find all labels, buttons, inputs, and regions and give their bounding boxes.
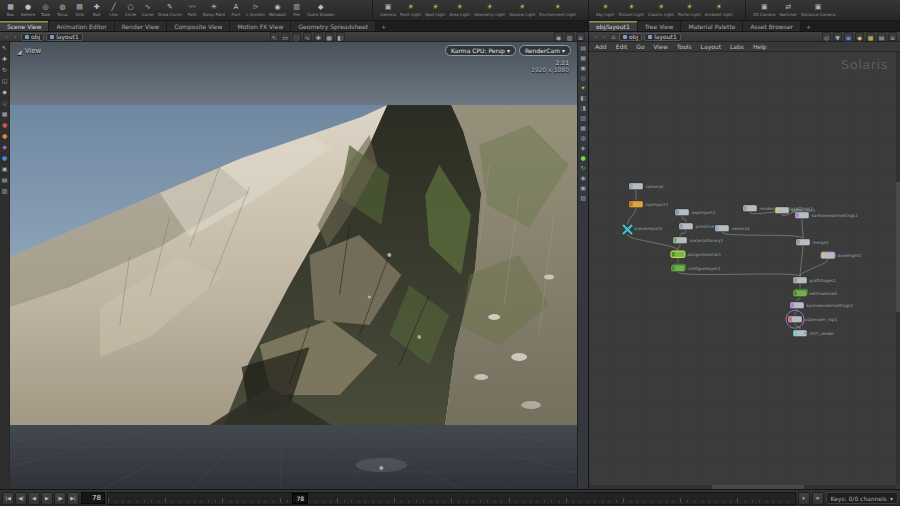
network-node-cameras[interactable]: cameras	[629, 183, 664, 190]
grid-toggle-icon[interactable]: ▦	[579, 124, 587, 132]
shelf-tool-2d-camera[interactable]: ▣2D Camera	[751, 0, 778, 20]
shelf-tool-sphere[interactable]: ●Sphere	[19, 0, 37, 20]
translate-icon[interactable]: ✚	[1, 55, 9, 63]
tab-geometry-spreadsheet[interactable]: Geometry Spreadsheet	[291, 21, 376, 31]
tab-scene-view[interactable]: Scene View	[0, 21, 49, 31]
shelf-tool-portal-light[interactable]: ☀Portal Light	[676, 0, 703, 20]
lighting-icon[interactable]: ☀	[579, 84, 587, 92]
shelf-tool-caustic-light[interactable]: ☀Caustic Light	[646, 0, 676, 20]
nav-back-icon[interactable]: ‹	[3, 32, 10, 41]
shelf-tool-torus[interactable]: ◍Torus	[54, 0, 71, 20]
grid-snap-icon[interactable]: ▤	[877, 32, 886, 41]
play-reverse-button[interactable]: ◀	[28, 492, 40, 505]
lasso-select-icon[interactable]: ◌	[292, 32, 301, 41]
net-options-icon[interactable]: ≡	[888, 32, 897, 41]
image-view-icon[interactable]: ▧	[579, 194, 587, 202]
menu-view[interactable]: View	[654, 43, 668, 50]
home-icon[interactable]: ⌂	[610, 32, 617, 41]
network-canvas[interactable]: Solaris cameraslopimport1sceneimport1sop…	[589, 52, 900, 489]
shelf-tool-circle[interactable]: ○Circle	[122, 0, 139, 20]
view-pin-icon[interactable]: ◎	[579, 74, 587, 82]
shelf-tool-sky-light[interactable]: ☀Sky Light	[594, 0, 616, 20]
paint-icon[interactable]: ●	[1, 121, 9, 129]
shelf-tool-box[interactable]: ▦Box	[2, 0, 19, 20]
network-node-primitive1[interactable]: primitive1	[679, 223, 717, 230]
network-node-karmarendersettings1[interactable]: karmarendersettings1	[795, 212, 858, 219]
tab-motion-fx-view[interactable]: Motion FX View	[230, 21, 291, 31]
menu-labs[interactable]: Labs	[730, 43, 744, 50]
secure-selection-icon[interactable]: ◧	[336, 32, 345, 41]
select-mode-icon[interactable]: ▦	[325, 32, 334, 41]
network-node-karmarendersettings2[interactable]: karmarendersettings2	[790, 302, 853, 309]
terrain-icon[interactable]: ▤	[1, 176, 9, 184]
node-display-flag[interactable]	[804, 332, 806, 334]
shelf-tool-grid[interactable]: ▤Grid	[71, 0, 88, 20]
network-vertical-scrollbar[interactable]	[896, 52, 900, 485]
fluid-icon[interactable]: ●	[1, 154, 9, 162]
tab-tree-view[interactable]: Tree View	[638, 21, 682, 31]
shading-mode-icon[interactable]: ◧	[579, 94, 587, 102]
network-node-assignmaterial1[interactable]: assignmaterial1	[671, 251, 721, 258]
shelf-tool-line[interactable]: ╱Line	[105, 0, 122, 20]
tab-material-palette[interactable]: Material Palette	[681, 21, 743, 31]
next-keyframe-button[interactable]: |▶	[54, 492, 66, 505]
shelf-tool-ambient-light[interactable]: ☀Ambient Light	[703, 0, 735, 20]
shelf-tool-file[interactable]: ▥File	[288, 0, 305, 20]
network-node-sopimport1[interactable]: sopimport1	[675, 209, 716, 216]
network-node-configurelayer1[interactable]: configurelayer1	[671, 263, 721, 271]
filter-icon[interactable]: ▼	[833, 32, 842, 41]
breadcrumb-obj[interactable]: obj	[21, 33, 44, 41]
play-forward-button[interactable]: ▶	[41, 492, 53, 505]
crowd-icon[interactable]: ▣	[1, 165, 9, 173]
prev-keyframe-button[interactable]: ◀|	[15, 492, 27, 505]
shelf-tool-curve[interactable]: ∿Curve	[139, 0, 156, 20]
shelf-tool-l-system[interactable]: ⌲L-System	[244, 0, 267, 20]
snap-icon[interactable]: ▦	[1, 110, 9, 118]
follow-playhead-button[interactable]: ▾	[798, 492, 810, 505]
color-palette-icon[interactable]: ▣	[844, 32, 853, 41]
tab-new-tab-button[interactable]: +	[801, 21, 816, 31]
network-node-merge1[interactable]: merge1	[796, 239, 829, 246]
tab-asset-browser[interactable]: Asset Browser	[743, 21, 801, 31]
shelf-tool-area-light[interactable]: ☀Area Light	[447, 0, 471, 20]
playbar-options-button[interactable]: ≡	[812, 492, 824, 505]
brush-select-icon[interactable]: ∿	[303, 32, 312, 41]
snap-toggle-icon[interactable]: ◍	[579, 134, 587, 142]
shapes-icon[interactable]: ◆	[855, 32, 864, 41]
shelf-tool-metaball[interactable]: ◉Metaball	[267, 0, 288, 20]
network-node-sceneimport1[interactable]: sceneimport1	[623, 225, 663, 234]
shelf-tool-environment-light[interactable]: ☀Environment Light	[537, 0, 578, 20]
jump-to-start-button[interactable]: |◀	[2, 492, 14, 505]
nav-forward-icon[interactable]: ›	[601, 32, 608, 41]
rotate-icon[interactable]: ↻	[1, 66, 9, 74]
timeline-scrubber[interactable]: 78	[107, 492, 796, 505]
tab-render-view[interactable]: Render View	[115, 21, 168, 31]
background-icon[interactable]: ▥	[579, 114, 587, 122]
shelf-tool-switcher[interactable]: ⇄Switcher	[778, 0, 799, 20]
network-node-OUT_render[interactable]: OUT_render	[793, 330, 835, 337]
nav-back-icon[interactable]: ‹	[592, 32, 599, 41]
pane-maximize-icon[interactable]: ▤	[579, 44, 587, 52]
sculpt-icon[interactable]: ●	[1, 132, 9, 140]
shelf-tool-geometry-light[interactable]: ☀Geometry Light	[472, 0, 507, 20]
display-options-icon[interactable]: ◨	[579, 104, 587, 112]
turntable-icon[interactable]: ↻	[579, 164, 587, 172]
shelf-tool-distant-light[interactable]: ☀Distant Light	[616, 0, 646, 20]
network-node-editmaterial1[interactable]: editmaterial1	[793, 288, 838, 296]
current-frame-field[interactable]: 78	[81, 492, 105, 504]
shelf-tool-null[interactable]: ✚Null	[88, 0, 105, 20]
cloth-icon[interactable]: ▥	[1, 187, 9, 195]
keys-channels-selector[interactable]: Keys: 0/0 channels ▾	[826, 492, 898, 504]
select-arrow-icon[interactable]: ↖	[1, 44, 9, 52]
memory-icon[interactable]: ▣	[579, 184, 587, 192]
box-select-icon[interactable]: ▭	[281, 32, 290, 41]
tab-obj-layout1[interactable]: obj/layout1	[589, 21, 638, 31]
pose-icon[interactable]: ◆	[1, 88, 9, 96]
shelf-tool-camera[interactable]: ▣Camera	[378, 0, 398, 20]
laser-select-icon[interactable]: ✚	[314, 32, 323, 41]
network-node-usdrender_rop1[interactable]: usdrender_rop1	[786, 310, 838, 328]
jump-to-end-button[interactable]: ▶|	[67, 492, 79, 505]
snapshot-gallery-icon[interactable]: ▦	[866, 32, 875, 41]
breadcrumb-layout1[interactable]: layout1	[644, 33, 681, 41]
scale-icon[interactable]: ◱	[1, 77, 9, 85]
